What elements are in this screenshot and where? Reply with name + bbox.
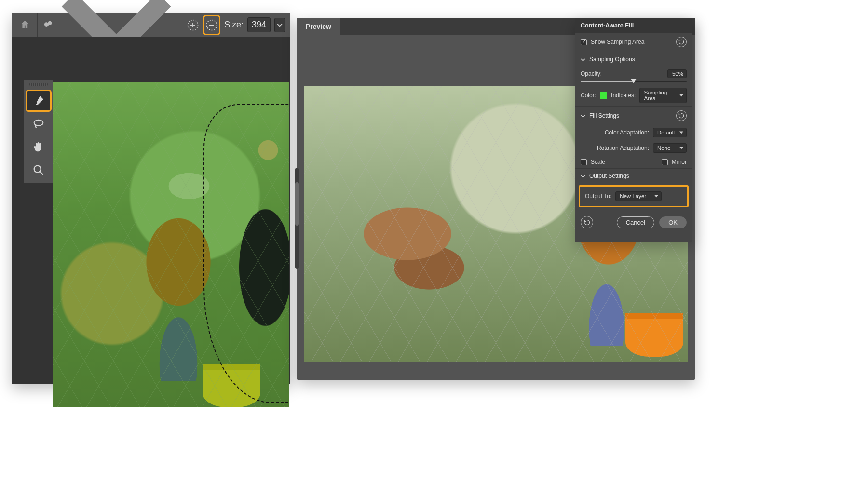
rotation-adaptation-label: Rotation Adaptation: — [581, 145, 649, 151]
brush-size-dropdown[interactable] — [274, 18, 285, 32]
slider-thumb[interactable] — [631, 79, 637, 83]
sampling-options-label: Sampling Options — [589, 56, 635, 63]
hand-tool[interactable] — [27, 137, 51, 157]
color-adaptation-select[interactable]: Default — [653, 128, 687, 137]
reset-fill-icon[interactable] — [676, 110, 687, 121]
lasso-tool[interactable] — [27, 114, 51, 134]
svg-point-2 — [34, 120, 43, 126]
ok-button[interactable]: OK — [659, 216, 687, 228]
color-adaptation-row: Color Adaptation: Default — [575, 125, 692, 140]
tab-preview[interactable]: Preview — [297, 18, 340, 35]
sampling-brush-tool[interactable] — [27, 91, 51, 111]
chevron-down-icon — [581, 174, 585, 178]
color-adaptation-label: Color Adaptation: — [581, 129, 649, 136]
cancel-button[interactable]: Cancel — [617, 216, 654, 228]
scale-label: Scale — [591, 159, 605, 165]
rotation-adaptation-row: Rotation Adaptation: None — [575, 140, 692, 156]
output-to-label: Output To: — [585, 193, 611, 200]
scrollbar-thumb[interactable] — [295, 182, 299, 226]
fill-settings-label: Fill Settings — [589, 112, 619, 119]
output-settings-header[interactable]: Output Settings — [575, 168, 692, 183]
sampling-options-section: Sampling Options Opacity: 50% Color: Ind… — [575, 52, 692, 106]
output-to-row: Output To: New Layer — [579, 185, 689, 207]
subtract-from-sample-button[interactable] — [204, 16, 219, 34]
output-settings-section: Output Settings Output To: New Layer — [575, 168, 692, 207]
chevron-down-icon — [581, 57, 585, 62]
home-icon[interactable] — [20, 19, 30, 31]
indicates-label: Indicates: — [611, 92, 636, 99]
mirror-checkbox[interactable] — [662, 159, 668, 165]
rotation-adaptation-select[interactable]: None — [653, 143, 687, 153]
reset-all-icon[interactable] — [581, 216, 593, 228]
indicates-select[interactable]: Sampling Area — [639, 88, 687, 103]
content-aware-fill-panel: Content-Aware Fill Show Sampling Area Sa… — [575, 18, 692, 242]
orange-bucket — [625, 313, 683, 357]
sampling-options-header[interactable]: Sampling Options — [575, 52, 692, 67]
chevron-down-icon — [581, 113, 585, 118]
panel-footer: Cancel OK — [575, 209, 692, 235]
opacity-label: Opacity: — [581, 70, 602, 77]
show-sampling-row: Show Sampling Area — [575, 33, 692, 52]
brush-size-label: Size: — [224, 20, 244, 30]
add-to-sample-button[interactable] — [185, 16, 201, 34]
hand-icon — [32, 140, 45, 154]
color-indicates-row: Color: Indicates: Sampling Area — [575, 85, 692, 106]
reset-sampling-icon[interactable] — [676, 37, 687, 47]
opacity-slider-row — [575, 81, 692, 85]
left-workspace — [12, 37, 290, 384]
chevron-down-icon — [277, 22, 283, 28]
opacity-slider[interactable] — [581, 81, 687, 82]
tool-column — [24, 80, 53, 183]
svg-point-3 — [34, 166, 41, 173]
mirror-label: Mirror — [672, 159, 687, 165]
show-sampling-checkbox[interactable] — [581, 39, 587, 45]
zoom-tool[interactable] — [27, 160, 51, 180]
color-label: Color: — [581, 92, 596, 99]
brush-preset-picker[interactable] — [37, 13, 181, 37]
fill-settings-section: Fill Settings Color Adaptation: Default … — [575, 106, 692, 168]
brush-size-field[interactable]: 394 — [247, 17, 271, 32]
output-to-select[interactable]: New Layer — [615, 191, 662, 201]
opacity-field[interactable]: 50% — [667, 69, 687, 78]
toolbar-grip[interactable] — [29, 83, 48, 86]
tab-preview-label: Preview — [306, 23, 331, 30]
brush-icon — [42, 18, 54, 32]
magnifier-icon — [32, 163, 45, 177]
scale-mirror-row: Scale Mirror — [575, 156, 692, 168]
color-swatch[interactable] — [600, 92, 607, 99]
options-bar: Size: 394 — [12, 13, 290, 37]
fill-settings-header[interactable]: Fill Settings — [575, 106, 692, 125]
editor-left-window: Size: 394 — [12, 13, 290, 384]
brush-icon — [32, 94, 45, 107]
scale-checkbox[interactable] — [581, 159, 587, 165]
panel-title: Content-Aware Fill — [575, 18, 692, 33]
output-settings-label: Output Settings — [589, 173, 629, 179]
lasso-icon — [32, 117, 45, 131]
source-canvas[interactable] — [53, 82, 289, 407]
show-sampling-label: Show Sampling Area — [591, 39, 644, 45]
